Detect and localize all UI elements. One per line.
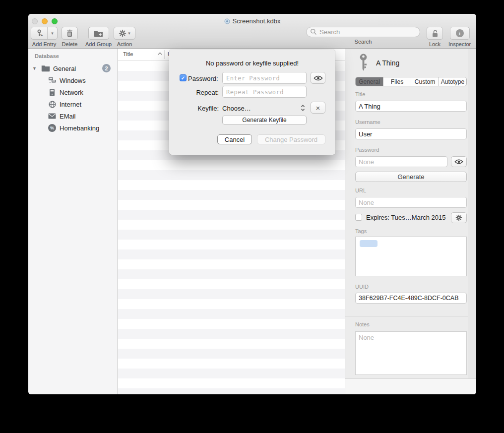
sidebar-item-windows[interactable]: Windows (28, 74, 117, 86)
app-window: Screenshot.kdbx + ▾ Add Entry Delete Add… (28, 14, 476, 394)
url-field[interactable] (355, 197, 467, 208)
title-field[interactable] (355, 101, 467, 112)
password-checkbox-label: Password: (188, 75, 218, 82)
change-password-button[interactable]: Change Password (257, 134, 325, 144)
windows-icon (48, 76, 56, 84)
delete-button[interactable] (62, 27, 78, 40)
sidebar-item-label: General (53, 65, 76, 72)
notes-field[interactable] (355, 331, 467, 375)
action-chevron-icon: ▾ (128, 31, 130, 36)
sidebar-item-email[interactable]: EMail (28, 110, 117, 122)
generate-keyfile-button[interactable]: Generate Keyfile (222, 116, 307, 124)
inspector-panel: A Thing General Files Custom Autotype Ti… (345, 49, 476, 394)
popup-stepper-icon[interactable] (300, 104, 306, 112)
section-divider (345, 316, 476, 316)
notes-label: Notes (355, 321, 370, 327)
entry-title-heading: A Thing (376, 59, 399, 67)
inspector-tabs: General Files Custom Autotype (355, 77, 467, 86)
inspector-footer (345, 378, 476, 394)
tag-pill[interactable] (360, 240, 378, 247)
delete-label: Delete (62, 41, 78, 47)
sidebar-item-network[interactable]: Network (28, 86, 117, 98)
password-field[interactable] (355, 156, 447, 167)
sidebar-item-general[interactable]: ▼ General 2 (28, 62, 117, 74)
info-icon: i (456, 29, 464, 37)
unlock-icon (431, 29, 439, 38)
toolbar-add-entry: + ▾ Add Entry (31, 27, 58, 47)
column-divider[interactable] (164, 50, 165, 59)
tab-files[interactable]: Files (383, 77, 411, 86)
globe-icon (48, 100, 56, 108)
expires-label: Expires: Tues…March 2015 (366, 214, 445, 221)
clear-icon: × (316, 104, 320, 112)
tab-custom[interactable]: Custom (411, 77, 439, 86)
toolbar-inspector: i Inspector (448, 27, 471, 47)
action-button[interactable]: ▾ (114, 27, 135, 40)
inspector-label: Inspector (448, 41, 471, 47)
column-header-title[interactable]: Title (123, 51, 133, 57)
clear-keyfile-button[interactable]: × (311, 102, 325, 114)
trash-icon (66, 29, 73, 37)
eye-icon (454, 159, 463, 165)
sort-ascending-icon (158, 52, 162, 55)
generate-password-button[interactable]: Generate (355, 172, 467, 182)
envelope-icon (48, 112, 56, 120)
change-password-dialog: No password or keyfile supplied! ✓ Passw… (169, 50, 335, 155)
sidebar-item-label: Homebanking (60, 124, 99, 132)
tags-box[interactable] (355, 237, 467, 276)
count-badge: 2 (102, 64, 111, 72)
dialog-message: No password or keyfile supplied! (169, 60, 335, 67)
title-label: Title (355, 91, 365, 97)
gear-icon (455, 214, 462, 221)
window-chrome: Screenshot.kdbx + ▾ Add Entry Delete Add… (28, 14, 476, 49)
keyfile-popup[interactable]: Choose… (222, 105, 251, 112)
key-plus-icon: + (31, 27, 48, 39)
sidebar-item-internet[interactable]: Internet (28, 98, 117, 110)
sidebar-item-label: Internet (60, 101, 81, 108)
repeat-password-input[interactable] (222, 86, 307, 98)
uuid-field[interactable] (355, 293, 467, 304)
add-entry-label: Add Entry (32, 41, 56, 47)
sidebar-item-label: EMail (60, 113, 76, 120)
server-icon (48, 88, 56, 96)
disclosure-triangle-icon[interactable]: ▼ (32, 66, 37, 71)
sidebar-header: Database (35, 53, 59, 59)
inspector-button[interactable]: i (450, 27, 470, 40)
percent-icon: % (48, 124, 56, 132)
lock-button[interactable] (427, 27, 443, 40)
toolbar-delete: Delete (62, 27, 78, 47)
check-icon: ✓ (181, 75, 185, 81)
toolbar-add-group: Add Group (85, 27, 112, 47)
expires-checkbox[interactable] (355, 214, 362, 221)
add-entry-dropdown-arrow[interactable]: ▾ (48, 27, 57, 39)
add-group-button[interactable] (88, 27, 109, 40)
key-icon (359, 54, 368, 71)
uuid-label: UUID (355, 284, 369, 290)
username-field[interactable] (355, 128, 467, 139)
tab-autotype[interactable]: Autotype (439, 77, 466, 86)
svg-text:+: + (41, 34, 43, 37)
reveal-password-button[interactable] (311, 72, 325, 84)
lock-label: Lock (429, 41, 441, 47)
toolbar-search: Search (306, 27, 420, 45)
reveal-password-button[interactable] (451, 156, 467, 167)
eye-icon (314, 75, 323, 81)
search-input[interactable] (306, 27, 420, 37)
sidebar-item-homebanking[interactable]: % Homebanking (28, 122, 117, 134)
sidebar-item-label: Windows (60, 77, 86, 84)
expires-settings-button[interactable] (451, 212, 467, 223)
toolbar-lock: Lock (427, 27, 443, 47)
password-checkbox[interactable]: ✓ (180, 74, 187, 81)
search-label: Search (355, 39, 372, 45)
gear-icon (119, 29, 126, 37)
cancel-button[interactable]: Cancel (217, 134, 252, 144)
username-label: Username (355, 119, 380, 125)
enter-password-input[interactable] (222, 72, 307, 84)
add-entry-button[interactable]: + ▾ (31, 27, 58, 40)
document-icon (224, 18, 230, 24)
sidebar-item-label: Network (60, 89, 83, 96)
password-label: Password (355, 147, 379, 153)
repeat-label: Repeat: (169, 89, 219, 96)
tab-general[interactable]: General (356, 77, 383, 86)
folder-plus-icon (94, 30, 103, 37)
